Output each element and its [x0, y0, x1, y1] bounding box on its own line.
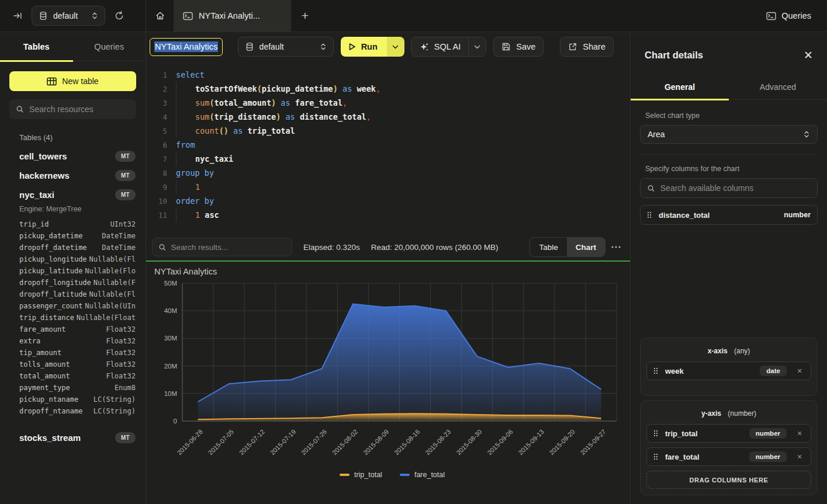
- column-row[interactable]: pickup_datetimeDateTime: [19, 230, 136, 242]
- table-name: stocks_stream: [19, 433, 81, 443]
- body: Tables Queries New table Tables (4) cell…: [0, 32, 827, 504]
- collapse-sidebar-button[interactable]: [13, 11, 23, 20]
- column-name: dropoff_longitude: [19, 279, 91, 287]
- code-line[interactable]: 3sum(total_amount) as fare_total,: [146, 96, 630, 110]
- save-button[interactable]: Save: [493, 37, 544, 57]
- table-columns: trip_idUInt32pickup_datetimeDateTimedrop…: [9, 218, 136, 419]
- view-table-button[interactable]: Table: [530, 238, 566, 256]
- available-column-distance_total[interactable]: distance_totalnumber: [640, 205, 818, 225]
- column-row[interactable]: dropoff_longitudeNullable(F: [19, 277, 136, 289]
- results-search-input[interactable]: [171, 243, 286, 252]
- column-row[interactable]: fare_amountFloat32: [19, 324, 136, 335]
- results-more-button[interactable]: [611, 246, 621, 248]
- refresh-button[interactable]: [114, 11, 124, 21]
- code-token: 1: [195, 182, 200, 192]
- queries-button[interactable]: Queries: [766, 11, 811, 20]
- drop-zone[interactable]: DRAG COLUMNS HERE: [646, 471, 811, 489]
- legend-item-fare_total[interactable]: fare_total: [400, 471, 445, 479]
- column-type: Float32: [106, 372, 136, 380]
- code-line[interactable]: 7nyc_taxi: [146, 152, 630, 166]
- chevron-down-icon: [474, 45, 480, 49]
- query-database-selector[interactable]: default: [238, 37, 334, 57]
- sidebar-table-cell_towers[interactable]: cell_towersMT: [9, 147, 136, 166]
- axis-item-week[interactable]: weekdate×: [646, 362, 811, 380]
- app-root: default NYTaxi Analyti... + Queries: [0, 0, 827, 504]
- new-table-button[interactable]: New table: [9, 71, 136, 91]
- share-button[interactable]: Share: [560, 37, 614, 57]
- sql-editor[interactable]: 1select2toStartOfWeek(pickup_datetime) a…: [146, 61, 630, 234]
- x-axis-constraint: (any): [734, 347, 750, 355]
- y-axis-items: trip_totalnumber×fare_totalnumber×: [646, 424, 811, 466]
- column-row[interactable]: dropoff_datetimeDateTime: [19, 242, 136, 253]
- column-row[interactable]: dropoff_ntanameLC(String): [19, 405, 136, 417]
- new-tab-button[interactable]: +: [291, 0, 319, 32]
- close-icon[interactable]: ✕: [804, 50, 813, 61]
- sidebar-tab-queries[interactable]: Queries: [73, 32, 146, 61]
- chart-type-value: Area: [648, 130, 665, 139]
- code-line[interactable]: 5count() as trip_total: [146, 124, 630, 138]
- column-row[interactable]: passenger_countNullable(UIn: [19, 300, 136, 312]
- topbar-database-selector[interactable]: default: [32, 6, 105, 26]
- tab-advanced[interactable]: Advanced: [729, 75, 827, 99]
- column-row[interactable]: pickup_ntanameLC(String): [19, 394, 136, 405]
- sidebar-search-input[interactable]: [29, 105, 130, 114]
- code-token: pickup_datetime: [262, 84, 333, 93]
- sidebar-table-stocks_stream[interactable]: stocks_streamMT: [9, 428, 136, 447]
- columns-label: Specify columns for the chart: [645, 165, 818, 173]
- run-button[interactable]: Run: [341, 37, 387, 57]
- code-line[interactable]: 1select: [146, 68, 630, 82]
- remove-column-icon[interactable]: ×: [793, 367, 806, 375]
- column-row[interactable]: extraFloat32: [19, 335, 136, 347]
- code-line[interactable]: 91: [146, 180, 630, 194]
- code-line[interactable]: 111 asc: [146, 208, 630, 222]
- chart-type-select[interactable]: Area: [640, 125, 818, 144]
- column-row[interactable]: tip_amountFloat32: [19, 347, 136, 359]
- sidebar-tab-tables[interactable]: Tables: [0, 32, 73, 61]
- code-token: 1: [195, 210, 200, 220]
- sql-ai-button[interactable]: SQL AI: [411, 37, 468, 56]
- code-token: nyc_taxi: [195, 154, 233, 164]
- tab-general[interactable]: General: [631, 75, 729, 99]
- column-type: LC(String): [94, 395, 136, 404]
- area-chart[interactable]: 010M20M30M40M50M2015-06-282015-07-052015…: [154, 277, 622, 471]
- database-selector-value: default: [53, 11, 86, 20]
- axis-item-fare_total[interactable]: fare_totalnumber×: [646, 447, 811, 466]
- axis-item-trip_total[interactable]: trip_totalnumber×: [646, 424, 811, 443]
- sidebar-search[interactable]: [9, 99, 136, 119]
- code-content: sum(total_amount) as fare_total,: [167, 96, 347, 110]
- view-chart-button[interactable]: Chart: [567, 238, 605, 256]
- y-axis-constraint: (number): [728, 409, 756, 418]
- code-content: order by: [167, 194, 214, 208]
- column-row[interactable]: pickup_latitudeNullable(Flo: [19, 265, 136, 277]
- code-line[interactable]: 6from: [146, 138, 630, 152]
- remove-column-icon[interactable]: ×: [793, 453, 806, 461]
- column-row[interactable]: tolls_amountFloat32: [19, 359, 136, 370]
- column-row[interactable]: payment_typeEnum8: [19, 382, 136, 394]
- results-search[interactable]: [152, 238, 292, 256]
- column-row[interactable]: total_amountFloat32: [19, 370, 136, 382]
- svg-text:2015-06-28: 2015-06-28: [176, 428, 204, 456]
- sidebar-table-nyc_taxi[interactable]: nyc_taxiMT: [9, 185, 136, 204]
- columns-search-input[interactable]: [660, 183, 811, 193]
- code-token: [338, 84, 342, 93]
- column-row[interactable]: trip_distanceNullable(Float: [19, 312, 136, 324]
- column-row[interactable]: trip_idUInt32: [19, 218, 136, 230]
- code-line[interactable]: 10order by: [146, 194, 630, 208]
- code-line[interactable]: 8group by: [146, 166, 630, 180]
- run-options-button[interactable]: [387, 37, 404, 57]
- column-row[interactable]: dropoff_latitudeNullable(Fl: [19, 289, 136, 300]
- column-row[interactable]: pickup_longitudeNullable(Fl: [19, 253, 136, 265]
- columns-search[interactable]: [640, 178, 818, 198]
- tab-nytaxi-analytics[interactable]: NYTaxi Analyti...: [174, 0, 291, 32]
- legend-item-trip_total[interactable]: trip_total: [340, 471, 382, 479]
- svg-text:2015-07-05: 2015-07-05: [207, 428, 235, 456]
- query-title-input[interactable]: NYTaxi Analytics: [150, 38, 223, 56]
- code-line[interactable]: 4sum(trip_distance) as distance_total,: [146, 110, 630, 124]
- home-tab[interactable]: [146, 0, 174, 32]
- code-token: ): [271, 98, 276, 107]
- sidebar-table-hackernews[interactable]: hackernewsMT: [9, 166, 136, 185]
- sql-ai-options-button[interactable]: [468, 37, 486, 56]
- code-line[interactable]: 2toStartOfWeek(pickup_datetime) as week,: [146, 82, 630, 96]
- main: NYTaxi Analytics default Run: [146, 32, 630, 504]
- remove-column-icon[interactable]: ×: [793, 429, 806, 437]
